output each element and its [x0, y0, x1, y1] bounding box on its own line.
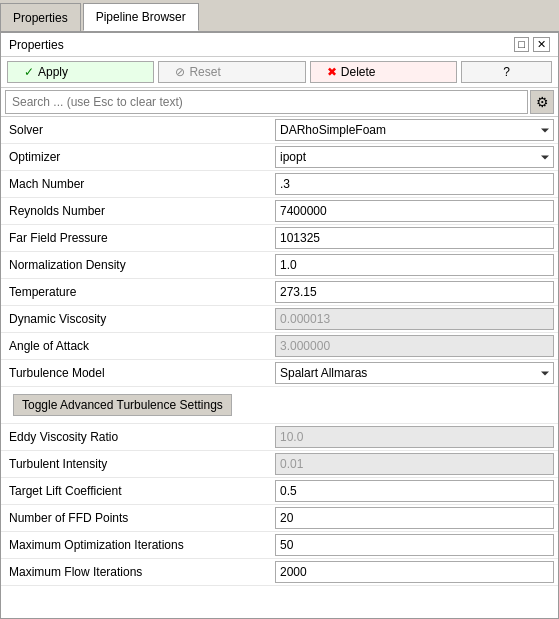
tab-properties-label: Properties	[13, 11, 68, 25]
number-of-ffd-points-label: Number of FFD Points	[1, 508, 271, 528]
reset-icon: ⊘	[175, 65, 185, 79]
dynamic-viscosity-input	[275, 308, 554, 330]
temperature-value	[271, 279, 558, 305]
search-bar: ⚙	[1, 88, 558, 117]
solver-value: DARhoSimpleFoam DASimpleFoam	[271, 117, 558, 143]
reset-label: Reset	[189, 65, 220, 79]
tab-properties[interactable]: Properties	[0, 3, 81, 31]
table-row: Turbulence Model Spalart Allmaras k-omeg…	[1, 360, 558, 387]
table-row: Maximum Optimization Iterations	[1, 532, 558, 559]
turbulence-model-select[interactable]: Spalart Allmaras k-omega SST	[275, 362, 554, 384]
table-row: Dynamic Viscosity	[1, 306, 558, 333]
far-field-pressure-value	[271, 225, 558, 251]
table-row: Far Field Pressure	[1, 225, 558, 252]
far-field-pressure-label: Far Field Pressure	[1, 228, 271, 248]
settings-icon: ⚙	[536, 94, 549, 110]
normalization-density-label: Normalization Density	[1, 255, 271, 275]
help-label: ?	[503, 65, 510, 79]
reynolds-number-input[interactable]	[275, 200, 554, 222]
eddy-viscosity-ratio-value	[271, 424, 558, 450]
turbulent-intensity-value	[271, 451, 558, 477]
panel-title-icons: □ ✕	[514, 37, 550, 52]
solver-select[interactable]: DARhoSimpleFoam DASimpleFoam	[275, 119, 554, 141]
table-row: Target Lift Coefficient	[1, 478, 558, 505]
toggle-advanced-turbulence-button[interactable]: Toggle Advanced Turbulence Settings	[13, 394, 232, 416]
help-button[interactable]: ?	[461, 61, 552, 83]
properties-scroll-area: Solver DARhoSimpleFoam DASimpleFoam Opti…	[1, 117, 558, 618]
table-row: Solver DARhoSimpleFoam DASimpleFoam	[1, 117, 558, 144]
angle-of-attack-input	[275, 335, 554, 357]
restore-icon[interactable]: □	[514, 37, 529, 52]
turbulent-intensity-input	[275, 453, 554, 475]
table-row: Optimizer ipopt snopt	[1, 144, 558, 171]
mach-number-value	[271, 171, 558, 197]
turbulent-intensity-label: Turbulent Intensity	[1, 454, 271, 474]
max-flow-iterations-input[interactable]	[275, 561, 554, 583]
number-of-ffd-points-value	[271, 505, 558, 531]
reynolds-number-label: Reynolds Number	[1, 201, 271, 221]
close-icon[interactable]: ✕	[533, 37, 550, 52]
max-optimization-iterations-input[interactable]	[275, 534, 554, 556]
optimizer-label: Optimizer	[1, 147, 271, 167]
optimizer-select[interactable]: ipopt snopt	[275, 146, 554, 168]
target-lift-coefficient-value	[271, 478, 558, 504]
temperature-label: Temperature	[1, 282, 271, 302]
search-settings-button[interactable]: ⚙	[530, 90, 554, 114]
reset-button[interactable]: ⊘ Reset	[158, 61, 305, 83]
table-row: Mach Number	[1, 171, 558, 198]
target-lift-coefficient-input[interactable]	[275, 480, 554, 502]
turbulence-model-label: Turbulence Model	[1, 363, 271, 383]
tab-bar: Properties Pipeline Browser	[0, 0, 559, 32]
table-row: Maximum Flow Iterations	[1, 559, 558, 586]
toolbar: ✓ Apply ⊘ Reset ✖ Delete ?	[1, 57, 558, 88]
table-row: Normalization Density	[1, 252, 558, 279]
apply-label: Apply	[38, 65, 68, 79]
mach-number-label: Mach Number	[1, 174, 271, 194]
delete-label: Delete	[341, 65, 376, 79]
mach-number-input[interactable]	[275, 173, 554, 195]
normalization-density-input[interactable]	[275, 254, 554, 276]
table-row: Turbulent Intensity	[1, 451, 558, 478]
tab-pipeline-browser[interactable]: Pipeline Browser	[83, 3, 199, 31]
max-flow-iterations-label: Maximum Flow Iterations	[1, 562, 271, 582]
target-lift-coefficient-label: Target Lift Coefficient	[1, 481, 271, 501]
normalization-density-value	[271, 252, 558, 278]
properties-panel: Properties □ ✕ ✓ Apply ⊘ Reset ✖ Delete …	[0, 32, 559, 619]
tab-pipeline-browser-label: Pipeline Browser	[96, 10, 186, 24]
solver-label: Solver	[1, 120, 271, 140]
delete-icon: ✖	[327, 65, 337, 79]
table-row: Number of FFD Points	[1, 505, 558, 532]
toggle-turbulence-label: Toggle Advanced Turbulence Settings	[22, 398, 223, 412]
table-row: Reynolds Number	[1, 198, 558, 225]
table-row: Temperature	[1, 279, 558, 306]
max-optimization-iterations-value	[271, 532, 558, 558]
delete-button[interactable]: ✖ Delete	[310, 61, 457, 83]
table-row: Angle of Attack	[1, 333, 558, 360]
max-flow-iterations-value	[271, 559, 558, 585]
dynamic-viscosity-value	[271, 306, 558, 332]
temperature-input[interactable]	[275, 281, 554, 303]
eddy-viscosity-ratio-input	[275, 426, 554, 448]
table-row: Eddy Viscosity Ratio	[1, 424, 558, 451]
eddy-viscosity-ratio-label: Eddy Viscosity Ratio	[1, 427, 271, 447]
apply-button[interactable]: ✓ Apply	[7, 61, 154, 83]
angle-of-attack-value	[271, 333, 558, 359]
optimizer-value: ipopt snopt	[271, 144, 558, 170]
far-field-pressure-input[interactable]	[275, 227, 554, 249]
toggle-turbulence-row: Toggle Advanced Turbulence Settings	[1, 387, 558, 424]
apply-check-icon: ✓	[24, 65, 34, 79]
max-optimization-iterations-label: Maximum Optimization Iterations	[1, 535, 271, 555]
panel-title-bar: Properties □ ✕	[1, 33, 558, 57]
number-of-ffd-points-input[interactable]	[275, 507, 554, 529]
dynamic-viscosity-label: Dynamic Viscosity	[1, 309, 271, 329]
turbulence-model-value: Spalart Allmaras k-omega SST	[271, 360, 558, 386]
reynolds-number-value	[271, 198, 558, 224]
panel-title-text: Properties	[9, 38, 64, 52]
angle-of-attack-label: Angle of Attack	[1, 336, 271, 356]
search-input[interactable]	[5, 90, 528, 114]
